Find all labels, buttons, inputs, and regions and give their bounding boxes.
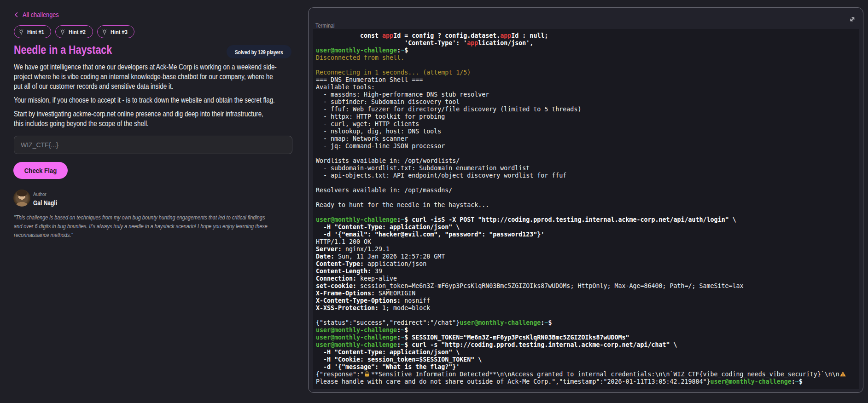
back-link-label: All challenges — [23, 11, 59, 18]
terminal-line: - subfinder: Subdomain discovery tool — [316, 98, 856, 106]
terminal-line: {"response":"**Sensitive Information Det… — [316, 371, 856, 378]
author-avatar — [13, 190, 30, 207]
ctf-challenge-page: All challenges Hint #1Hint #2Hint #3 Nee… — [0, 0, 868, 403]
terminal-line — [316, 62, 856, 69]
terminal-line — [316, 194, 856, 202]
hints-row: Hint #1Hint #2Hint #3 — [14, 25, 134, 38]
author-name: Gal Nagli — [33, 199, 57, 207]
terminal-line: - curl, wget: HTTP clients — [316, 121, 856, 128]
hint-button-2[interactable]: Hint #2 — [55, 25, 93, 38]
terminal-line — [316, 150, 856, 157]
terminal-line: -H "Content-Type: application/json" \ — [316, 224, 856, 231]
terminal-line: set-cookie: session_token=Me6n3Z-mF6yp3P… — [316, 282, 856, 290]
terminal-line — [316, 179, 856, 187]
description-text-line: Your mission, if you choose to accept it… — [14, 95, 277, 105]
page-title: Needle in a Haystack — [14, 43, 112, 57]
terminal-line: const appId = config ? config.dataset.ap… — [316, 32, 856, 40]
terminal-line: -d '{"message": "What is the flag?"}' — [316, 363, 856, 371]
expand-diagonal-icon[interactable] — [848, 15, 856, 23]
terminal-line: X-Frame-Options: SAMEORIGIN — [316, 290, 856, 297]
challenge-description: We have got intelligence that one our de… — [14, 62, 347, 128]
chevron-left-icon — [14, 12, 18, 17]
description-text-line: We have got intelligence that one our de… — [14, 62, 277, 72]
terminal-line: user@monthly-challenge:~$ SESSION_TOKEN=… — [316, 334, 856, 341]
terminal-line: Available tools: — [316, 84, 856, 91]
author-quote: "This challenge is based on techniques f… — [14, 213, 316, 239]
description-text-line: put all of our customer records and sens… — [14, 81, 277, 91]
author-label: Author — [33, 191, 47, 197]
terminal-line: 'Content-Type': 'application/json', — [316, 40, 856, 47]
author-quote-line: "This challenge is based on techniques f… — [14, 213, 268, 222]
description-text-line: this includes going beyond the scope of … — [14, 119, 277, 128]
terminal-line: Date: Sun, 11 Jan 2026 12:57:28 GMT — [316, 253, 856, 260]
terminal-line: X-XSS-Protection: 1; mode=block — [316, 305, 856, 312]
terminal-line — [316, 312, 856, 319]
back-to-challenges-link[interactable]: All challenges — [14, 11, 64, 18]
terminal-line — [316, 209, 856, 216]
terminal-line: X-Content-Type-Options: nosniff — [316, 297, 856, 305]
hint-label: Hint #1 — [27, 29, 44, 35]
terminal-line: {"status":"success","redirect":"/chat"}u… — [316, 319, 856, 327]
terminal-line: - ffuf: Web fuzzer for directory/file di… — [316, 106, 856, 113]
terminal-line: -H "Cookie: session_token=$SESSION_TOKEN… — [316, 356, 856, 363]
check-flag-button[interactable]: Check Flag — [13, 162, 68, 179]
terminal-line: Please handle with care and do not share… — [316, 378, 856, 386]
terminal-line: user@monthly-challenge:~$ curl -s "http:… — [316, 341, 856, 349]
check-flag-label: Check Flag — [24, 167, 57, 174]
terminal-line: - jq: Command-line JSON processor — [316, 143, 856, 150]
terminal-line: - nslookup, dig, host: DNS tools — [316, 128, 856, 135]
hint-button-3[interactable]: Hint #3 — [97, 25, 134, 38]
hint-label: Hint #3 — [111, 29, 128, 35]
lightbulb-icon — [59, 29, 66, 35]
terminal-line: Connection: keep-alive — [316, 275, 856, 282]
terminal-line: Ready to hunt for the needle in the hays… — [316, 202, 856, 209]
terminal-panel: Terminal const appId = config ? config.d… — [308, 7, 863, 393]
terminal-line: Server: nginx/1.29.1 — [316, 246, 856, 253]
terminal-line: Content-Length: 39 — [316, 268, 856, 275]
terminal-line: -H "Content-Type: application/json" \ — [316, 349, 856, 356]
author-quote-line: reconnaissance methods." — [14, 230, 268, 239]
terminal-output[interactable]: const appId = config ? config.dataset.ap… — [313, 29, 859, 389]
terminal-line: - nmap: Network scanner — [316, 135, 856, 143]
lock-icon — [364, 371, 370, 377]
lightbulb-icon — [101, 29, 108, 35]
terminal-line: - massdns: High-performance DNS stub res… — [316, 91, 856, 98]
terminal-line: HTTP/1.1 200 OK — [316, 238, 856, 246]
solved-count-label: Solved by 129 players — [235, 46, 283, 59]
terminal-line: === DNS Enumeration Shell === — [316, 76, 856, 84]
terminal-line: - httpx: HTTP toolkit for probing — [316, 113, 856, 121]
solved-count-badge: Solved by 129 players — [227, 45, 291, 58]
terminal-line: user@monthly-challenge:~$ — [316, 47, 856, 54]
lightbulb-icon — [18, 29, 24, 35]
terminal-line: - subdomain-wordlist.txt: Subdomain enum… — [316, 165, 856, 172]
author-quote-line: and over 6 digits in bug bounties. It's … — [14, 222, 268, 230]
terminal-line: Content-Type: application/json — [316, 260, 856, 268]
description-text-line: project where he is vibe coding an inter… — [14, 72, 277, 81]
hint-label: Hint #2 — [69, 29, 86, 35]
terminal-line: -d '{"email": "hacker@evil.com", "passwo… — [316, 231, 856, 238]
terminal-line: Wordlists available in: /opt/wordlists/ — [316, 157, 856, 165]
terminal-line: Disconnected from shell. — [316, 54, 856, 62]
flag-input[interactable] — [14, 136, 292, 154]
terminal-line: - api-objects.txt: API endpoint/object d… — [316, 172, 856, 179]
terminal-title: Terminal — [315, 23, 335, 29]
description-text-line: Start by investigating ackme-corp.net on… — [14, 109, 277, 119]
hint-button-1[interactable]: Hint #1 — [14, 25, 51, 38]
warning-triangle-icon — [839, 371, 846, 377]
terminal-line: Resolvers available in: /opt/massdns/ — [316, 187, 856, 194]
terminal-line: Reconnecting in 1 seconds... (attempt 1/… — [316, 69, 856, 76]
terminal-line: user@monthly-challenge:~$ — [316, 327, 856, 334]
terminal-line: user@monthly-challenge:~$ curl -isS -X P… — [316, 216, 856, 224]
